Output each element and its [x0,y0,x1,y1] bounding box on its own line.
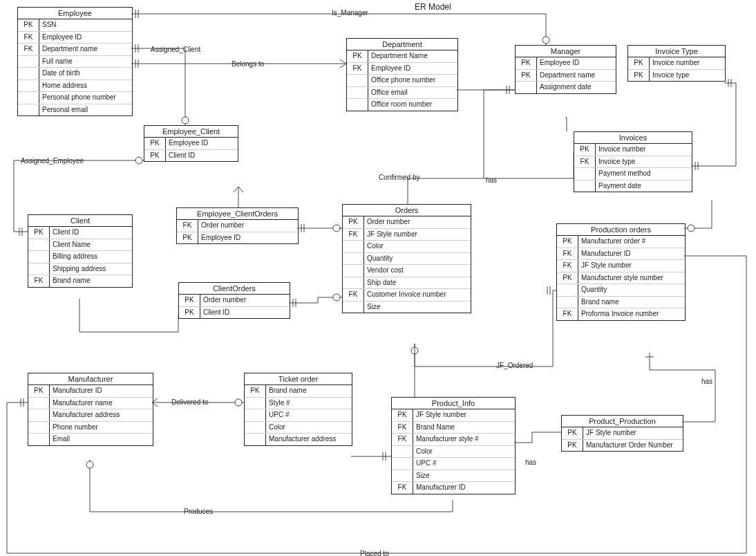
name-cell: Phone number [50,422,153,434]
name-cell: Proforma Invoice number [578,308,685,320]
table-row: Manufacturer address [28,409,153,421]
entity-production-orders: Production orders PKManufacturer order #… [556,223,686,321]
name-cell: Billing address [50,251,132,263]
key-cell [28,251,50,263]
key-cell: PK [343,216,364,228]
entity-rows: PKManufacturer order #FKManufacturer IDF… [557,236,685,320]
table-row: FKManufacturer ID [557,248,685,260]
name-cell: Personal email [39,104,132,116]
svg-point-13 [333,225,340,232]
name-cell: Manufacturer style # [413,434,515,445]
table-row: FKInvoice type [574,156,692,168]
key-cell [28,398,50,409]
name-cell: Personal phone number [39,92,132,104]
table-row: PKClient ID [179,306,290,319]
entity-invoices: Invoices PKInvoice numberFKInvoice typeP… [574,131,692,192]
key-cell: PK [179,307,200,319]
key-cell [347,87,368,99]
name-cell: Client Name [50,239,132,251]
entity-title: Invoice Type [628,46,725,57]
table-row: UPC # [392,457,515,470]
key-cell [574,168,596,180]
key-cell [392,446,413,458]
rel-is-manager: Is_Manager [332,9,368,17]
entity-rows: PKDepartment NameFKEmployee IDOffice pho… [347,50,457,111]
name-cell: JF Style number [413,409,515,421]
table-row: FKCustomer Invoice number [343,288,471,301]
svg-point-23 [411,347,418,354]
name-cell: Manufacturer name [50,398,153,409]
name-cell: Manufacturer ID [578,248,685,260]
key-cell [574,180,596,192]
key-cell: FK [392,482,413,494]
name-cell: Client ID [200,307,290,319]
entity-rows: PKJF Style numberPKManufacturer Order Nu… [562,427,683,451]
key-cell: FK [557,308,578,320]
name-cell: Size [413,470,515,482]
table-row: Manufacturer address [245,433,352,445]
table-row: Assignment date [516,81,616,93]
entity-title: Employee [18,8,132,19]
table-row: Manufacturer name [28,397,153,409]
name-cell: Manufacturer address [266,434,352,445]
name-cell: Office email [368,87,457,99]
rel-delivered-to: Delivered to [171,398,208,406]
key-cell: PK [28,385,50,397]
table-row: Office phone number [347,74,457,86]
entity-invoice-type: Invoice Type PKInvoice numberPKInvoice t… [627,45,726,82]
entity-title: Product_Production [562,416,683,427]
entity-rows: PKJF Style numberFKBrand NameFKManufactu… [392,409,515,494]
name-cell: Manufacturer Order Number [583,440,683,452]
table-row: Office room number [347,98,457,111]
table-row: FKManufacturer style # [392,433,515,445]
key-cell: FK [343,229,364,241]
svg-point-26 [688,225,694,232]
svg-point-10 [135,157,142,164]
name-cell: Office room number [368,99,457,111]
name-cell: Brand name [578,297,685,308]
name-cell: Employee ID [537,57,616,69]
name-cell: Order number [198,220,298,232]
name-cell: Style # [266,398,352,409]
table-row: Email [28,433,153,445]
key-cell [18,92,39,104]
key-cell: PK [347,50,368,62]
name-cell: Client ID [166,150,238,162]
key-cell [343,277,364,289]
table-row: PKDepartment Name [347,50,457,62]
name-cell: Size [364,302,471,313]
entity-clientorders: ClientOrders PKOrder numberPKClient ID [178,282,290,319]
entity-rows: FKOrder numberPKEmployee ID [177,220,298,243]
entity-title: Product_Info [392,398,515,409]
name-cell: Manufacturer order # [578,236,685,248]
table-row: PKManufacturer ID [28,385,153,397]
table-row: FKManufacturer ID [392,481,515,494]
entity-product-production: Product_Production PKJF Style numberPKMa… [561,415,683,452]
entity-rows: PKInvoice numberFKInvoice typePayment me… [574,144,692,192]
table-row: Size [343,301,471,313]
name-cell: Home address [39,80,132,92]
table-row: Shipping address [28,263,132,275]
key-cell: PK [144,138,166,149]
name-cell: Employee ID [368,63,457,75]
key-cell [18,56,39,68]
key-cell: PK [144,150,166,162]
table-row: Size [392,470,515,482]
key-cell: FK [18,44,39,55]
entity-title: Invoices [574,132,692,144]
rel-has-2: has [701,378,712,385]
key-cell: FK [392,434,413,445]
key-cell [18,104,39,116]
table-row: Office email [347,86,457,99]
key-cell: PK [28,227,50,239]
name-cell: Email [50,434,153,445]
rel-belongs-to: Belongs to [231,60,264,68]
key-cell: PK [557,272,578,284]
table-row: FKEmployee ID [18,31,132,44]
table-row: FKProforma Invoice number [557,308,685,320]
entity-rows: PKEmployee IDPKDepartment nameAssignment… [516,57,616,93]
table-row: Color [245,421,352,434]
name-cell: Color [364,241,471,252]
entity-rows: PKClient IDClient NameBilling addressShi… [28,227,132,287]
key-cell: PK [18,19,39,31]
